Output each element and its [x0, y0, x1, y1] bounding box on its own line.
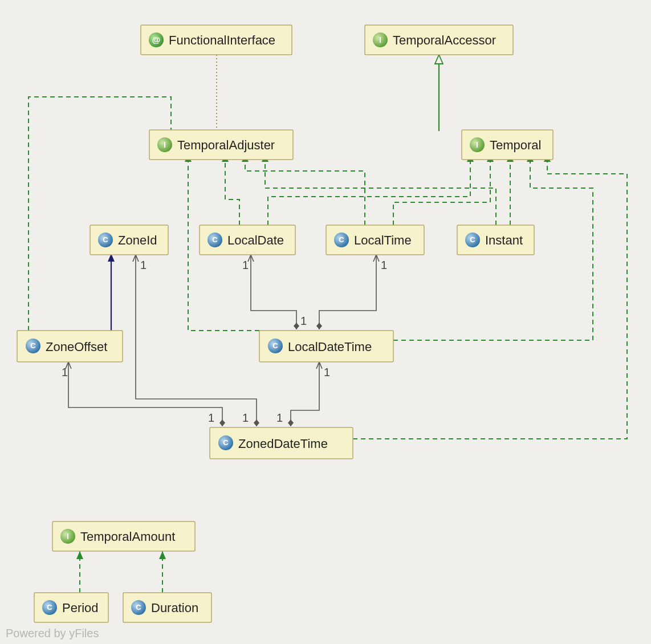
node-label: TemporalAccessor [393, 33, 496, 47]
edge-localdate-realize-temporal [268, 154, 470, 225]
node-label: ZonedDateTime [238, 437, 328, 451]
node-temporalamount: I TemporalAmount [52, 521, 195, 551]
svg-text:C: C [339, 235, 344, 244]
uml-diagram: 1 1 1 1 1 1 1 1 1 1 @ FunctionalInterfac… [0, 0, 651, 644]
svg-text:I: I [379, 35, 381, 44]
node-instant: C Instant [457, 225, 534, 255]
node-localtime: C LocalTime [326, 225, 424, 255]
svg-text:C: C [272, 341, 278, 350]
node-label: ZoneOffset [46, 340, 107, 354]
mult-zoneoffset: 1 [62, 366, 68, 378]
node-zoneoffset: C ZoneOffset [17, 331, 123, 362]
edge-zdt-has-zoneoffset [68, 362, 222, 426]
node-period: C Period [34, 593, 108, 622]
svg-text:C: C [470, 235, 475, 244]
node-label: Period [62, 601, 99, 615]
edge-instant-realize-adjuster [265, 154, 496, 225]
mult-ldt-ld: 1 [300, 315, 307, 327]
node-label: ZoneId [118, 233, 157, 247]
mult-zdt-zo: 1 [208, 411, 214, 424]
node-label: LocalDateTime [288, 340, 372, 354]
node-duration: C Duration [123, 593, 211, 622]
node-temporaladjuster: I TemporalAdjuster [149, 130, 293, 160]
footer-watermark: Powered by yFiles [6, 627, 99, 639]
edge-zdt-has-localdatetime [291, 362, 319, 426]
svg-text:I: I [164, 140, 166, 149]
svg-text:C: C [47, 603, 52, 612]
edge-ldt-has-localdate [251, 255, 296, 329]
mult-zdt-ldt: 1 [276, 411, 283, 424]
node-label: Temporal [490, 138, 541, 152]
edge-localtime-realize-temporal [393, 154, 490, 225]
svg-text:C: C [30, 341, 36, 350]
svg-text:C: C [103, 235, 108, 244]
node-label: LocalTime [354, 233, 412, 247]
node-localdatetime: C LocalDateTime [259, 331, 393, 362]
edge-localdate-realize-adjuster [225, 154, 239, 225]
svg-text:I: I [476, 140, 478, 149]
svg-text:C: C [136, 603, 141, 612]
mult-ldt: 1 [324, 366, 330, 378]
node-zoneid: C ZoneId [90, 225, 168, 255]
edge-ldt-has-localtime [319, 255, 376, 329]
node-zoneddatetime: C ZonedDateTime [210, 427, 353, 459]
svg-text:C: C [223, 438, 229, 447]
mult-zdt-zi: 1 [242, 411, 249, 424]
node-temporalaccessor: I TemporalAccessor [365, 25, 513, 55]
edge-localtime-realize-adjuster [245, 154, 365, 225]
node-temporal: I Temporal [462, 130, 553, 160]
mult-localtime: 1 [381, 259, 387, 271]
node-label: TemporalAmount [80, 529, 175, 544]
node-label: LocalDate [227, 233, 284, 247]
edge-zdt-has-zoneid [136, 255, 257, 426]
svg-text:C: C [212, 235, 218, 244]
svg-text:I: I [67, 532, 69, 541]
node-localdate: C LocalDate [200, 225, 295, 255]
node-label: Instant [485, 233, 523, 247]
node-functionalinterface: @ FunctionalInterface [141, 25, 292, 55]
node-label: FunctionalInterface [169, 33, 275, 47]
mult-zoneid: 1 [140, 259, 147, 271]
node-label: TemporalAdjuster [177, 138, 275, 152]
mult-localdate: 1 [242, 259, 249, 271]
node-label: Duration [151, 601, 198, 615]
svg-text:@: @ [152, 35, 161, 44]
